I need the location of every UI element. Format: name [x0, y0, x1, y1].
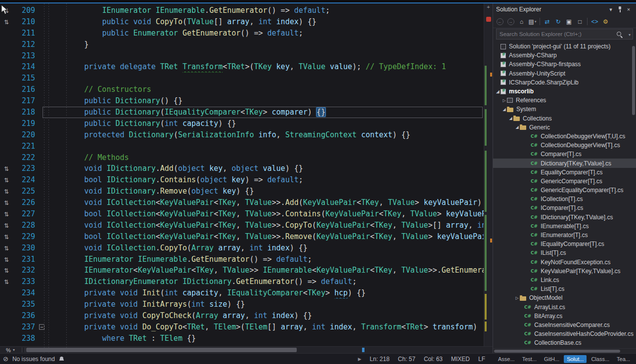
scrollbar-error-mark[interactable]: [486, 17, 491, 22]
tree-item[interactable]: C#IEnumerable[T].cs: [493, 222, 636, 231]
references-indicator-icon[interactable]: ⇅: [4, 200, 9, 206]
code-line[interactable]: 220 protected Dictionary(SerializationIn…: [0, 129, 484, 141]
tree-item[interactable]: Assembly-CSharp: [493, 51, 636, 60]
code-line[interactable]: ⇅210 public void CopyTo(TValue[] array, …: [0, 16, 484, 28]
panel-vscroll-thumb[interactable]: [632, 46, 635, 115]
split-handle-icon[interactable]: +: [484, 4, 493, 10]
tree-item[interactable]: C#EqualityComparer[T].cs: [493, 168, 636, 177]
tree-item[interactable]: C#IList[T].cs: [493, 248, 636, 257]
code-text[interactable]: bool IDictionary.Contains(object key) =>…: [48, 174, 484, 186]
panel-horizontal-scrollbar[interactable]: [493, 348, 636, 353]
tool-window-tab-5[interactable]: Tea...: [614, 355, 633, 363]
issues-status-text[interactable]: No issues found: [12, 356, 55, 363]
tree-item[interactable]: Solution 'project-gui' (11 of 11 project…: [493, 42, 636, 51]
code-line[interactable]: 217 public Dictionary() {}: [0, 95, 484, 107]
tool-window-tab-0[interactable]: Asse...: [495, 355, 518, 363]
panel-hscroll-thumb[interactable]: [494, 350, 620, 353]
code-line[interactable]: ⇅231 IEnumerator IEnumerable.GetEnumerat…: [0, 254, 484, 265]
tree-item[interactable]: C#CaseInsensitiveComparer.cs: [493, 321, 636, 329]
code-text[interactable]: public Dictionary(int capacity) {}: [48, 118, 484, 129]
tree-item[interactable]: C#CollectionBase.cs: [493, 338, 636, 347]
tree-item[interactable]: ◢mscorlib: [493, 87, 636, 96]
expanded-arrow-icon[interactable]: ◢: [508, 116, 513, 121]
code-line[interactable]: 222 // Methods: [0, 152, 484, 163]
code-line[interactable]: ⇅239 private static KeyValuePair<TKey, T…: [0, 344, 484, 346]
tree-item[interactable]: C#IEnumerator[T].cs: [493, 231, 636, 240]
tree-item[interactable]: ◢System: [493, 105, 636, 114]
status-character[interactable]: Ch: 57: [398, 356, 415, 363]
code-text[interactable]: [48, 73, 484, 84]
tree-item[interactable]: C#CaseInsensitiveHashCodeProvider.cs: [493, 329, 636, 338]
code-line[interactable]: ⇅225 void IDictionary.Remove(object key)…: [0, 186, 484, 197]
code-text[interactable]: [48, 141, 484, 152]
navigate-forward-button[interactable]: →: [505, 17, 516, 27]
code-text[interactable]: [48, 50, 484, 62]
code-text[interactable]: public Dictionary(IEqualityComparer<TKey…: [48, 107, 484, 118]
tree-item[interactable]: C#CollectionDebuggerView[T,U].cs: [493, 132, 636, 141]
status-line-number[interactable]: Ln: 218: [370, 356, 390, 363]
code-line[interactable]: ⇅227 bool ICollection<KeyValuePair<TKey,…: [0, 208, 484, 220]
code-line[interactable]: 238 where TRet : TElem {}: [0, 333, 484, 344]
references-indicator-icon[interactable]: ⇅: [4, 19, 9, 26]
status-column[interactable]: Col: 63: [424, 356, 443, 363]
references-indicator-icon[interactable]: ⇅: [4, 188, 9, 195]
close-icon[interactable]: ×: [624, 5, 633, 13]
tree-item[interactable]: C#ICollection[T].cs: [493, 195, 636, 203]
fold-collapse-icon[interactable]: −: [39, 324, 45, 330]
tree-item[interactable]: C#IDictionary[TKey,TValue].cs: [493, 213, 636, 222]
editor-horizontal-scrollbar[interactable]: [26, 347, 493, 353]
scrollbar-grip[interactable]: [22, 348, 25, 352]
references-indicator-icon[interactable]: ⇅: [4, 234, 9, 241]
code-text[interactable]: IEnumerator IEnumerable.GetEnumerator() …: [48, 254, 484, 265]
code-text[interactable]: private delegate TRet Transform<TRet>(TK…: [48, 61, 484, 73]
code-text[interactable]: public void CopyTo(TValue[] array, int i…: [48, 16, 484, 28]
tree-item[interactable]: C#IEqualityComparer[T].cs: [493, 240, 636, 248]
tree-item[interactable]: C#KeyValuePair[TKey,TValue].cs: [493, 267, 636, 276]
code-line[interactable]: ⇅228 void ICollection<KeyValuePair<TKey,…: [0, 220, 484, 231]
code-line[interactable]: 236 private void CopyToCheck(Array array…: [0, 310, 484, 322]
code-text[interactable]: private void CopyToCheck(Array array, in…: [48, 310, 484, 322]
show-all-files-button[interactable]: □: [575, 17, 585, 27]
references-indicator-icon[interactable]: ⇅: [4, 165, 9, 172]
tree-item[interactable]: ◢Collections: [493, 114, 636, 123]
references-indicator-icon[interactable]: ⇅: [4, 177, 9, 184]
code-line[interactable]: 218 public Dictionary(IEqualityComparer<…: [0, 107, 484, 118]
tool-window-tab-1[interactable]: Test...: [519, 355, 540, 363]
code-line[interactable]: ⇅226 void ICollection<KeyValuePair<TKey,…: [0, 197, 484, 208]
code-text[interactable]: }: [48, 39, 484, 50]
code-text[interactable]: where TRet : TElem {}: [48, 333, 484, 344]
code-text[interactable]: private void Init(int capacity, IEqualit…: [48, 287, 484, 299]
expanded-arrow-icon[interactable]: ◢: [495, 89, 500, 94]
code-line[interactable]: ⇅233 IDictionaryEnumerator IDictionary.G…: [0, 276, 484, 287]
tree-item[interactable]: ICSharpCode.SharpZipLib: [493, 78, 636, 87]
code-line[interactable]: 221: [0, 141, 484, 152]
search-options-chevron-icon[interactable]: ▾: [629, 33, 631, 37]
expanded-arrow-icon[interactable]: ◢: [501, 107, 507, 112]
tree-item[interactable]: C#IComparer[T].cs: [493, 203, 636, 212]
window-position-icon[interactable]: ▾: [606, 5, 615, 13]
notifications-bell-icon[interactable]: [59, 356, 64, 362]
search-icon[interactable]: [616, 31, 623, 38]
code-line[interactable]: 212 }: [0, 39, 484, 50]
code-line[interactable]: 213: [0, 50, 484, 62]
code-text[interactable]: public Enumerator GetEnumerator() => def…: [48, 28, 484, 39]
references-indicator-icon[interactable]: ⇅: [4, 211, 9, 218]
tree-item[interactable]: Assembly-UnityScript: [493, 69, 636, 78]
tree-item[interactable]: ▷References: [493, 96, 636, 105]
sync-with-active-document-button[interactable]: ⇄: [542, 17, 552, 27]
code-text[interactable]: void ICollection<KeyValuePair<TKey, TVal…: [48, 197, 484, 208]
no-issues-icon[interactable]: ⊘: [3, 355, 8, 363]
tree-item[interactable]: C#BitArray.cs: [493, 312, 636, 321]
references-indicator-icon[interactable]: ⇅: [4, 256, 9, 263]
code-text[interactable]: IEnumerator<KeyValuePair<TKey, TValue>> …: [48, 265, 484, 276]
view-code-button[interactable]: <>: [590, 17, 600, 27]
code-line[interactable]: 215: [0, 73, 484, 84]
horizontal-scrollbar-thumb[interactable]: [26, 348, 297, 352]
search-input[interactable]: [497, 29, 633, 39]
tool-window-tab-3[interactable]: Solut...: [564, 355, 587, 363]
tree-item[interactable]: C#KeyNotFoundException.cs: [493, 258, 636, 267]
panel-vertical-scrollbar[interactable]: [631, 42, 636, 348]
search-box[interactable]: ▾: [496, 29, 633, 40]
tree-item[interactable]: C#List[T].cs: [493, 284, 636, 293]
code-text[interactable]: // Constructors: [48, 84, 484, 95]
